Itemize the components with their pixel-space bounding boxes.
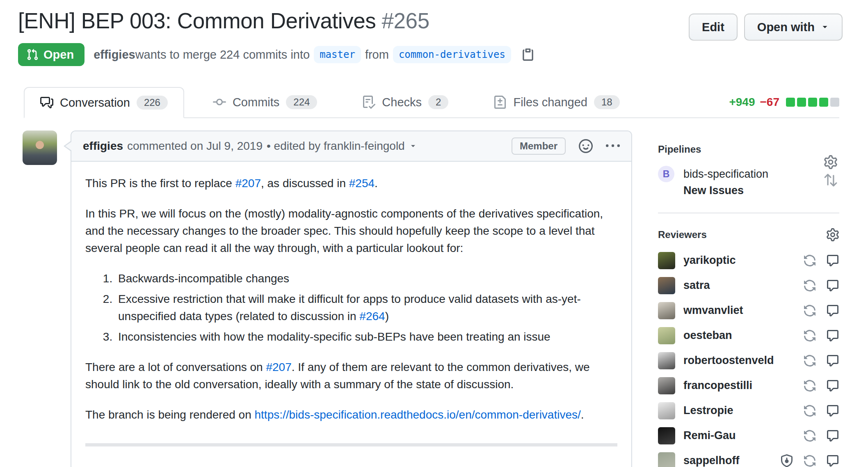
issue-link-264[interactable]: #264 bbox=[359, 310, 385, 323]
comment-bubble-icon bbox=[826, 454, 839, 467]
re-request-review-icon[interactable] bbox=[803, 254, 816, 267]
shield-icon bbox=[780, 454, 793, 467]
reviewers-heading: Reviewers bbox=[658, 229, 707, 240]
comment-options-button[interactable] bbox=[606, 139, 620, 153]
diffstat-deletions: −67 bbox=[760, 96, 780, 109]
gear-icon[interactable] bbox=[826, 228, 839, 241]
copy-icon bbox=[521, 48, 535, 62]
reviewer-name[interactable]: satra bbox=[683, 279, 710, 292]
smiley-icon bbox=[579, 139, 593, 153]
reviewer-name[interactable]: robertoostenveld bbox=[683, 354, 774, 367]
pipeline-item[interactable]: B bids-specification New Issues bbox=[658, 166, 839, 199]
divider bbox=[85, 443, 617, 446]
reviewer-avatar[interactable] bbox=[658, 402, 675, 419]
re-request-review-icon[interactable] bbox=[803, 429, 816, 442]
file-diff-icon bbox=[493, 96, 507, 109]
tab-conversation[interactable]: Conversation 226 bbox=[24, 87, 184, 118]
paragraph: The branch is being rendered on https://… bbox=[85, 406, 617, 424]
reviewer-name[interactable]: francopestilli bbox=[683, 379, 752, 392]
open-with-button[interactable]: Open with bbox=[744, 14, 843, 41]
page-title: [ENH] BEP 003: Common Derivatives#265 bbox=[18, 8, 695, 33]
pipeline-subtitle[interactable]: New Issues bbox=[683, 182, 768, 199]
git-pull-request-icon bbox=[26, 48, 39, 61]
reviewer-row: robertoostenveld bbox=[658, 348, 839, 373]
reviewer-name[interactable]: wmvanvliet bbox=[683, 304, 743, 317]
tab-commits[interactable]: Commits 224 bbox=[196, 87, 333, 117]
files-changed-count-badge: 18 bbox=[594, 95, 620, 109]
git-commit-icon bbox=[213, 96, 226, 109]
pipeline-name[interactable]: bids-specification bbox=[683, 166, 768, 182]
kebab-horizontal-icon bbox=[606, 139, 620, 153]
pipeline-badge: B bbox=[658, 166, 674, 182]
reviewer-row: sappelhoff bbox=[658, 448, 839, 467]
merge-description: effigies wants to merge 224 commits into… bbox=[94, 46, 535, 63]
reviewer-name[interactable]: Lestropie bbox=[683, 404, 733, 417]
reviewer-row: Remi-Gau bbox=[658, 423, 839, 448]
re-request-review-icon[interactable] bbox=[803, 454, 816, 467]
numbered-list: Backwards-incompatible changes Excessive… bbox=[85, 270, 617, 346]
comment-bubble-icon bbox=[826, 379, 839, 392]
reviewer-avatar[interactable] bbox=[658, 277, 675, 294]
re-request-review-icon[interactable] bbox=[803, 354, 816, 367]
gear-icon[interactable] bbox=[824, 155, 838, 169]
conversation-count-badge: 226 bbox=[137, 96, 168, 110]
reviewer-avatar[interactable] bbox=[658, 352, 675, 369]
add-reaction-button[interactable] bbox=[579, 139, 593, 153]
re-request-review-icon[interactable] bbox=[803, 279, 816, 292]
head-branch-label[interactable]: common-derivatives bbox=[393, 46, 511, 63]
tab-files-changed[interactable]: Files changed 18 bbox=[477, 87, 636, 117]
reviewer-row: yarikoptic bbox=[658, 248, 839, 273]
reviewer-avatar[interactable] bbox=[658, 377, 675, 394]
checklist-icon bbox=[362, 96, 375, 109]
comment-bubble-icon bbox=[826, 404, 839, 417]
issue-link-207-2[interactable]: #207 bbox=[266, 361, 291, 373]
reviewer-name[interactable]: Remi-Gau bbox=[683, 429, 736, 442]
sort-arrows-icon[interactable] bbox=[824, 173, 838, 187]
copy-branch-button[interactable] bbox=[521, 48, 535, 62]
reviewer-name[interactable]: yarikoptic bbox=[683, 254, 736, 267]
paragraph: There are a lot of conversations on #207… bbox=[85, 359, 617, 393]
reviewer-name[interactable]: sappelhoff bbox=[683, 454, 740, 467]
discussion-sidebar: Pipelines B bids-specification New Issue… bbox=[658, 144, 839, 467]
comment-author-link[interactable]: effigies bbox=[83, 140, 123, 153]
comment-bubble-icon bbox=[826, 304, 839, 317]
comment-bubble-icon bbox=[826, 429, 839, 442]
comment-body: This PR is the first to replace #207, as… bbox=[71, 162, 631, 460]
re-request-review-icon[interactable] bbox=[803, 329, 816, 342]
edit-button[interactable]: Edit bbox=[689, 14, 738, 41]
pr-author-link[interactable]: effigies bbox=[94, 48, 135, 62]
re-request-review-icon[interactable] bbox=[803, 404, 816, 417]
list-item: Inconsistencies with how the modality-sp… bbox=[116, 328, 617, 346]
base-branch-label[interactable]: master bbox=[314, 46, 361, 63]
reviewer-row: wmvanvliet bbox=[658, 298, 839, 323]
reviewer-avatar[interactable] bbox=[658, 452, 675, 467]
comment-bubble-icon bbox=[826, 329, 839, 342]
pipelines-section: Pipelines B bids-specification New Issue… bbox=[658, 144, 839, 213]
re-request-review-icon[interactable] bbox=[803, 379, 816, 392]
commits-count-badge: 224 bbox=[286, 95, 317, 109]
effigies-avatar[interactable] bbox=[23, 130, 57, 165]
re-request-review-icon[interactable] bbox=[803, 304, 816, 317]
comment-edit-note[interactable]: • edited by franklin-feingold bbox=[267, 140, 417, 153]
reviewers-list: yarikoptic satra wmvanvliet oesteban bbox=[658, 248, 839, 467]
paragraph: In this PR, we will focus on the (mostly… bbox=[85, 205, 617, 257]
reviewer-avatar[interactable] bbox=[658, 327, 675, 344]
diffstat: +949 −67 bbox=[729, 96, 839, 109]
reviewer-name[interactable]: oesteban bbox=[683, 329, 732, 342]
paragraph: This PR is the first to replace #207, as… bbox=[85, 175, 617, 192]
pipelines-heading: Pipelines bbox=[658, 144, 839, 155]
reviewer-row: Lestropie bbox=[658, 398, 839, 423]
pr-description-comment: effigies commented on Jul 9, 2019 • edit… bbox=[71, 130, 632, 467]
reviewers-section: Reviewers yarikoptic satra wmvanvliet bbox=[658, 228, 839, 467]
reviewer-avatar[interactable] bbox=[658, 252, 675, 269]
tab-checks[interactable]: Checks 2 bbox=[346, 87, 465, 117]
diffstat-additions: +949 bbox=[729, 96, 755, 109]
reviewer-avatar[interactable] bbox=[658, 427, 675, 444]
issue-link-254[interactable]: #254 bbox=[349, 177, 375, 190]
readthedocs-link[interactable]: https://bids-specification.readthedocs.i… bbox=[255, 408, 581, 421]
list-item: Backwards-incompatible changes bbox=[116, 270, 617, 287]
comment-bubble-icon bbox=[826, 254, 839, 267]
pr-number: #265 bbox=[381, 9, 429, 33]
reviewer-avatar[interactable] bbox=[658, 302, 675, 319]
issue-link-207[interactable]: #207 bbox=[235, 177, 261, 190]
